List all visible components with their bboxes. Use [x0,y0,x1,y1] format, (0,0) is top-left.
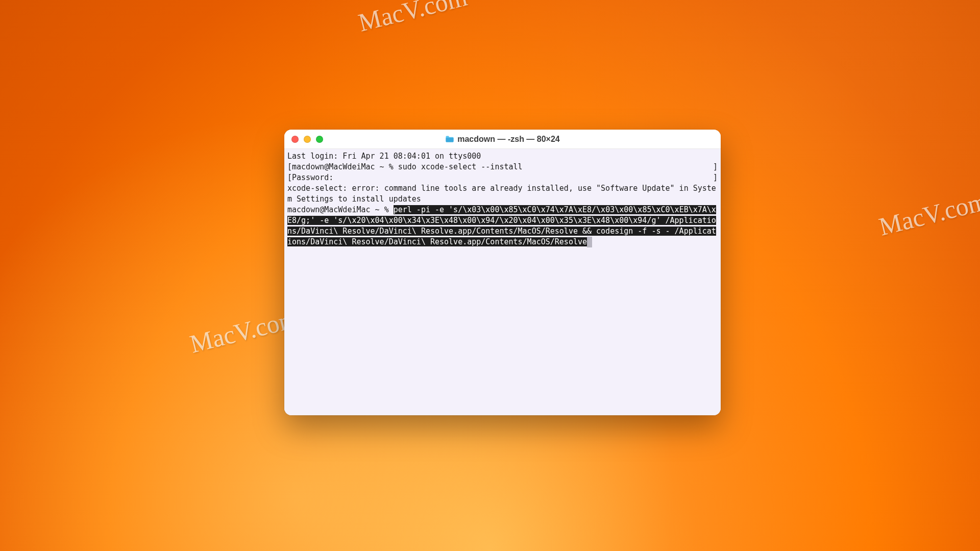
watermark: MacV.com [876,186,980,242]
fullscreen-icon[interactable] [316,136,323,143]
terminal-line: xcode-select: error: command line tools … [287,183,718,205]
terminal-line: Last login: Fri Apr 21 08:04:01 on ttys0… [287,151,718,162]
terminal-line: [macdown@MacWdeiMac ~ % sudo xcode-selec… [287,162,718,172]
terminal-line: [Password:] [287,172,718,183]
cursor: _ [587,237,592,247]
minimize-icon[interactable] [304,136,311,143]
watermark: MacV.com [355,0,470,37]
close-icon[interactable] [291,136,299,143]
terminal-content[interactable]: Last login: Fri Apr 21 08:04:01 on ttys0… [284,149,721,415]
terminal-window[interactable]: macdown — -zsh — 80×24 Last login: Fri A… [284,130,721,415]
traffic-lights [284,136,323,143]
terminal-line: macdown@MacWdeiMac ~ % perl -pi -e 's/\x… [287,205,718,247]
window-titlebar[interactable]: macdown — -zsh — 80×24 [284,130,721,149]
desktop-wallpaper: MacV.com MacV.com MacV.com macdown — -zs… [0,0,980,551]
folder-icon [445,135,454,143]
window-title: macdown — -zsh — 80×24 [457,135,560,144]
